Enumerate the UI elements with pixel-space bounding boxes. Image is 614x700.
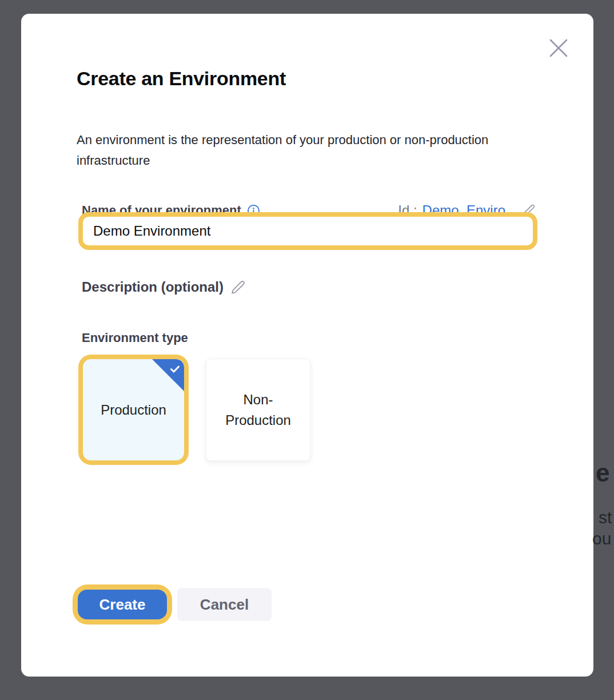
card-label: Non-Production [222,389,294,431]
dialog-title: Create an Environment [77,67,286,90]
dialog-description: An environment is the representation of … [77,130,504,171]
clipped-background-text: st [599,508,612,527]
production-card-highlight: Production [78,355,189,465]
close-icon [548,37,569,59]
environment-type-card-production[interactable]: Production [83,359,184,460]
environment-type-card-non-production[interactable]: Non-Production [206,359,310,461]
create-button-highlight: Create [73,584,172,625]
name-input-highlight [78,212,537,250]
cancel-button[interactable]: Cancel [177,588,272,621]
card-label: Production [101,400,166,420]
selected-corner-badge [152,359,184,391]
create-environment-dialog: Create an Environment An environment is … [21,14,593,677]
description-field-label: Description (optional) [82,279,224,295]
overlay-backdrop: Create an Environment An environment is … [0,0,614,700]
close-button[interactable] [545,34,572,62]
environment-name-input[interactable] [83,217,533,245]
environment-type-label: Environment type [82,331,188,345]
checkmark-icon [169,363,181,375]
edit-description-pencil-icon[interactable] [230,280,246,295]
clipped-background-text: ou [592,529,611,548]
clipped-background-text: e [596,459,609,487]
create-button[interactable]: Create [78,590,167,619]
